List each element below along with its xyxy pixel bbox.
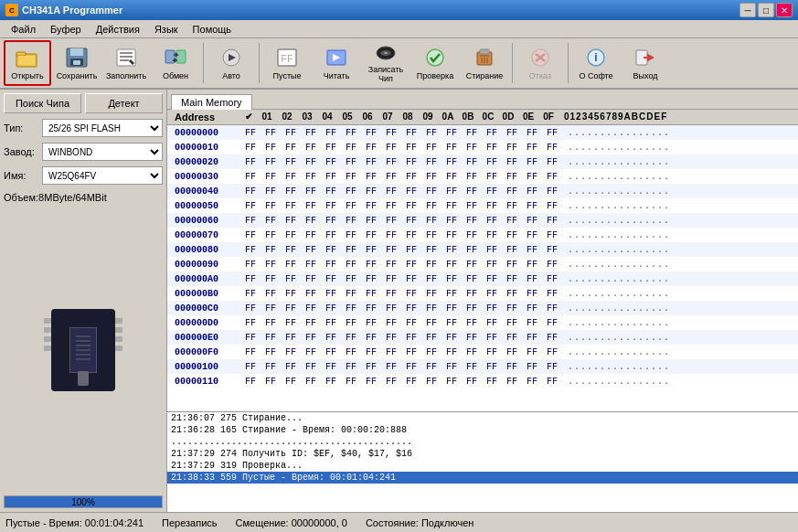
hex-byte-cell[interactable]: FF bbox=[442, 303, 462, 314]
hex-byte-cell[interactable]: FF bbox=[381, 216, 401, 226]
hex-byte-cell[interactable]: FF bbox=[321, 347, 341, 357]
hex-byte-cell[interactable]: FF bbox=[321, 230, 341, 240]
hex-byte-cell[interactable]: FF bbox=[421, 303, 442, 314]
hex-byte-cell[interactable]: FF bbox=[261, 347, 281, 357]
hex-byte-cell[interactable]: FF bbox=[401, 377, 421, 387]
hex-byte-cell[interactable]: FF bbox=[240, 289, 261, 299]
hex-byte-cell[interactable]: FF bbox=[321, 143, 341, 153]
hex-byte-cell[interactable]: FF bbox=[522, 172, 542, 182]
hex-byte-cell[interactable]: FF bbox=[321, 362, 341, 372]
hex-byte-cell[interactable]: FF bbox=[381, 274, 401, 284]
hex-byte-cell[interactable]: FF bbox=[462, 347, 482, 357]
hex-byte-cell[interactable]: FF bbox=[321, 303, 341, 314]
hex-byte-cell[interactable]: FF bbox=[261, 143, 281, 153]
hex-row[interactable]: 00000050FFFFFFFFFFFFFFFFFFFFFFFFFFFFFFFF… bbox=[167, 198, 798, 213]
hex-byte-cell[interactable]: FF bbox=[482, 289, 502, 299]
hex-byte-cell[interactable]: FF bbox=[482, 318, 502, 328]
read-button[interactable]: Читать bbox=[313, 40, 360, 86]
hex-byte-cell[interactable]: FF bbox=[361, 347, 381, 357]
hex-byte-cell[interactable]: FF bbox=[281, 245, 301, 255]
hex-byte-cell[interactable]: FF bbox=[421, 260, 442, 270]
hex-byte-cell[interactable]: FF bbox=[321, 289, 341, 299]
search-chip-button[interactable]: Поиск Чипа bbox=[4, 93, 81, 113]
hex-byte-cell[interactable]: FF bbox=[442, 377, 462, 387]
hex-byte-cell[interactable]: FF bbox=[502, 274, 522, 284]
open-button[interactable]: Открыть bbox=[4, 40, 51, 86]
hex-byte-cell[interactable]: FF bbox=[261, 377, 281, 387]
detect-button[interactable]: Детект bbox=[85, 93, 163, 113]
hex-byte-cell[interactable]: FF bbox=[522, 347, 542, 357]
hex-byte-cell[interactable]: FF bbox=[522, 230, 542, 240]
hex-byte-cell[interactable]: FF bbox=[462, 362, 482, 372]
hex-byte-cell[interactable]: FF bbox=[261, 362, 281, 372]
hex-byte-cell[interactable]: FF bbox=[482, 260, 502, 270]
hex-byte-cell[interactable]: FF bbox=[462, 143, 482, 153]
hex-row[interactable]: 000000E0FFFFFFFFFFFFFFFFFFFFFFFFFFFFFFFF… bbox=[167, 330, 798, 345]
hex-byte-cell[interactable]: FF bbox=[421, 128, 442, 138]
hex-byte-cell[interactable]: FF bbox=[502, 333, 522, 343]
hex-byte-cell[interactable]: FF bbox=[462, 303, 482, 314]
hex-byte-cell[interactable]: FF bbox=[522, 201, 542, 211]
hex-byte-cell[interactable]: FF bbox=[301, 377, 321, 387]
hex-byte-cell[interactable]: FF bbox=[301, 362, 321, 372]
hex-byte-cell[interactable]: FF bbox=[301, 230, 321, 240]
hex-byte-cell[interactable]: FF bbox=[482, 172, 502, 182]
hex-byte-cell[interactable]: FF bbox=[502, 157, 522, 167]
empty-button[interactable]: FF Пустые bbox=[263, 40, 311, 86]
hex-row[interactable]: 000000D0FFFFFFFFFFFFFFFFFFFFFFFFFFFFFFFF… bbox=[167, 315, 798, 330]
hex-byte-cell[interactable]: FF bbox=[341, 157, 361, 167]
hex-byte-cell[interactable]: FF bbox=[502, 172, 522, 182]
hex-byte-cell[interactable]: FF bbox=[522, 362, 542, 372]
hex-byte-cell[interactable]: FF bbox=[361, 157, 381, 167]
cancel-button[interactable]: Отказ bbox=[516, 40, 564, 86]
hex-byte-cell[interactable]: FF bbox=[281, 289, 301, 299]
hex-byte-cell[interactable]: FF bbox=[240, 201, 261, 211]
hex-byte-cell[interactable]: FF bbox=[401, 143, 421, 153]
verify-button[interactable]: Проверка bbox=[411, 40, 459, 86]
hex-byte-cell[interactable]: FF bbox=[301, 303, 321, 314]
hex-byte-cell[interactable]: FF bbox=[442, 143, 462, 153]
hex-byte-cell[interactable]: FF bbox=[321, 245, 341, 255]
hex-row[interactable]: 00000040FFFFFFFFFFFFFFFFFFFFFFFFFFFFFFFF… bbox=[167, 184, 798, 198]
hex-byte-cell[interactable]: FF bbox=[361, 186, 381, 197]
hex-byte-cell[interactable]: FF bbox=[281, 333, 301, 343]
hex-byte-cell[interactable]: FF bbox=[522, 186, 542, 197]
hex-byte-cell[interactable]: FF bbox=[421, 274, 442, 284]
hex-byte-cell[interactable]: FF bbox=[281, 157, 301, 167]
hex-row[interactable]: 00000010FFFFFFFFFFFFFFFFFFFFFFFFFFFFFFFF… bbox=[167, 140, 798, 154]
menu-actions[interactable]: Действия bbox=[89, 22, 147, 37]
hex-byte-cell[interactable]: FF bbox=[421, 143, 442, 153]
hex-byte-cell[interactable]: FF bbox=[261, 289, 281, 299]
hex-byte-cell[interactable]: FF bbox=[261, 186, 281, 197]
maximize-button[interactable]: □ bbox=[758, 3, 774, 17]
hex-byte-cell[interactable]: FF bbox=[442, 289, 462, 299]
hex-byte-cell[interactable]: FF bbox=[421, 172, 442, 182]
hex-byte-cell[interactable]: FF bbox=[361, 230, 381, 240]
hex-byte-cell[interactable]: FF bbox=[542, 377, 562, 387]
hex-byte-cell[interactable]: FF bbox=[401, 128, 421, 138]
hex-byte-cell[interactable]: FF bbox=[321, 260, 341, 270]
hex-byte-cell[interactable]: FF bbox=[381, 230, 401, 240]
hex-byte-cell[interactable]: FF bbox=[281, 201, 301, 211]
hex-byte-cell[interactable]: FF bbox=[381, 128, 401, 138]
hex-byte-cell[interactable]: FF bbox=[482, 377, 502, 387]
hex-byte-cell[interactable]: FF bbox=[301, 201, 321, 211]
hex-byte-cell[interactable]: FF bbox=[381, 362, 401, 372]
hex-byte-cell[interactable]: FF bbox=[281, 216, 301, 226]
hex-byte-cell[interactable]: FF bbox=[261, 260, 281, 270]
hex-byte-cell[interactable]: FF bbox=[482, 362, 502, 372]
hex-byte-cell[interactable]: FF bbox=[462, 157, 482, 167]
hex-row[interactable]: 00000000FFFFFFFFFFFFFFFFFFFFFFFFFFFFFFFF… bbox=[167, 125, 798, 140]
hex-byte-cell[interactable]: FF bbox=[341, 318, 361, 328]
hex-byte-cell[interactable]: FF bbox=[462, 333, 482, 343]
hex-byte-cell[interactable]: FF bbox=[482, 303, 502, 314]
hex-byte-cell[interactable]: FF bbox=[502, 260, 522, 270]
hex-byte-cell[interactable]: FF bbox=[261, 157, 281, 167]
hex-byte-cell[interactable]: FF bbox=[281, 230, 301, 240]
hex-byte-cell[interactable]: FF bbox=[381, 172, 401, 182]
hex-byte-cell[interactable]: FF bbox=[240, 260, 261, 270]
hex-byte-cell[interactable]: FF bbox=[301, 347, 321, 357]
hex-byte-cell[interactable]: FF bbox=[341, 303, 361, 314]
hex-byte-cell[interactable]: FF bbox=[482, 186, 502, 197]
hex-row[interactable]: 00000110FFFFFFFFFFFFFFFFFFFFFFFFFFFFFFFF… bbox=[167, 374, 798, 388]
